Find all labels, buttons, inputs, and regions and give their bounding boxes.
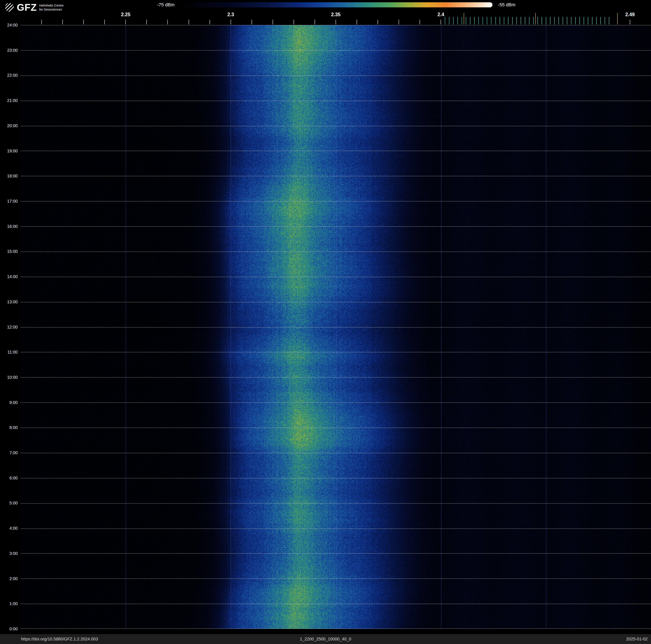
minor-freq-tick <box>189 20 189 24</box>
marker-tick <box>464 13 464 24</box>
channel-tick <box>512 17 513 24</box>
channel-tick <box>567 17 567 24</box>
minor-freq-tick <box>83 20 84 24</box>
channel-tick <box>457 17 458 24</box>
channel-tick <box>487 17 487 24</box>
channel-tick <box>462 17 462 24</box>
time-tick-label: 8:00 <box>9 425 18 430</box>
time-tick-label: 9:00 <box>9 400 18 405</box>
channel-tick <box>504 17 504 24</box>
time-tick-label: 13:00 <box>7 299 18 304</box>
time-tick-label: 19:00 <box>7 148 18 153</box>
minor-freq-tick <box>230 20 231 24</box>
minor-freq-tick <box>378 20 378 24</box>
marker-tick <box>617 13 618 24</box>
time-tick-label: 16:00 <box>7 224 18 229</box>
minor-freq-tick <box>125 20 126 24</box>
channel-tick <box>466 17 466 24</box>
channel-tick <box>554 17 555 24</box>
minor-freq-tick <box>104 20 105 24</box>
channel-tick <box>575 17 576 24</box>
channel-tick <box>550 17 550 24</box>
date-label: 2025-01-02 <box>626 637 648 642</box>
time-tick-label: 14:00 <box>7 274 18 279</box>
time-tick-label: 21:00 <box>7 98 18 103</box>
channel-tick <box>563 17 563 24</box>
channel-tick <box>470 17 470 24</box>
minor-freq-tick <box>356 20 357 24</box>
channel-tick <box>571 17 571 24</box>
time-tick-label: 6:00 <box>9 475 18 480</box>
time-tick-label: 7:00 <box>9 450 18 455</box>
channel-tick <box>596 17 597 24</box>
channel-tick <box>508 17 508 24</box>
channel-tick <box>500 17 500 24</box>
channel-tick <box>546 17 546 24</box>
time-tick-label: 5:00 <box>9 500 18 505</box>
doi-link[interactable]: https://doi.org/10.5880/GFZ.1.2.2024.003 <box>21 637 98 642</box>
spectrogram-heatmap <box>21 25 651 629</box>
channel-tick <box>604 17 605 24</box>
channel-tick <box>584 17 584 24</box>
minor-freq-tick <box>146 20 147 24</box>
time-tick-label: 22:00 <box>7 73 18 78</box>
marker-tick <box>535 13 536 24</box>
channel-tick <box>579 17 580 24</box>
channel-tick <box>474 17 474 24</box>
time-tick-label: 20:00 <box>7 123 18 128</box>
minor-freq-tick <box>252 20 252 24</box>
channel-tick <box>537 17 538 24</box>
channel-tick <box>517 17 517 24</box>
minor-freq-tick <box>420 20 420 24</box>
time-tick-label: 18:00 <box>7 173 18 178</box>
channel-tick <box>533 17 534 24</box>
minor-freq-tick <box>336 20 336 24</box>
time-tick-label: 0:00 <box>9 626 18 632</box>
channel-tick <box>529 17 529 24</box>
channel-tick <box>558 17 559 24</box>
minor-freq-tick <box>441 20 441 24</box>
time-tick-label: 3:00 <box>9 551 18 556</box>
time-tick-label: 2:00 <box>9 576 18 581</box>
channel-tick <box>588 17 588 24</box>
time-tick-label: 15:00 <box>7 249 18 254</box>
channel-tick <box>491 17 491 24</box>
frequency-axis-ticks <box>0 0 651 25</box>
time-tick-label: 12:00 <box>7 324 18 329</box>
channel-tick <box>541 17 542 24</box>
channel-tick <box>592 17 592 24</box>
minor-freq-tick <box>167 20 168 24</box>
minor-freq-tick <box>399 20 399 24</box>
channel-tick <box>495 17 496 24</box>
time-tick-label: 17:00 <box>7 199 18 204</box>
minor-freq-tick <box>210 20 210 24</box>
channel-tick <box>525 17 525 24</box>
channel-tick <box>453 17 454 24</box>
minor-freq-tick <box>315 20 315 24</box>
channel-tick <box>600 17 601 24</box>
spectrogram-app: GFZ Helmholtz Centre for Geosciences -75… <box>0 0 651 644</box>
channel-tick <box>609 17 609 24</box>
channel-tick <box>449 17 450 24</box>
minor-freq-tick <box>293 20 294 24</box>
channel-tick <box>521 17 521 24</box>
footer-bar: https://doi.org/10.5880/GFZ.1.2.2024.003… <box>0 634 651 644</box>
minor-freq-tick <box>41 20 42 24</box>
time-tick-label: 4:00 <box>9 526 18 531</box>
minor-freq-tick <box>62 20 63 24</box>
minor-freq-tick <box>630 20 630 24</box>
channel-tick <box>478 17 479 24</box>
time-tick-label: 11:00 <box>7 350 18 355</box>
time-tick-label: 24:00 <box>7 23 18 28</box>
minor-freq-tick <box>273 20 273 24</box>
channel-tick <box>445 17 445 24</box>
time-tick-label: 23:00 <box>7 48 18 53</box>
dataset-id-label: 1_2200_2500_10000_40_0 <box>300 637 351 642</box>
time-tick-label: 1:00 <box>9 601 18 606</box>
time-axis-labels: 24:0023:0022:0021:0020:0019:0018:0017:00… <box>0 0 19 633</box>
time-tick-label: 10:00 <box>7 375 18 380</box>
channel-tick <box>483 17 483 24</box>
